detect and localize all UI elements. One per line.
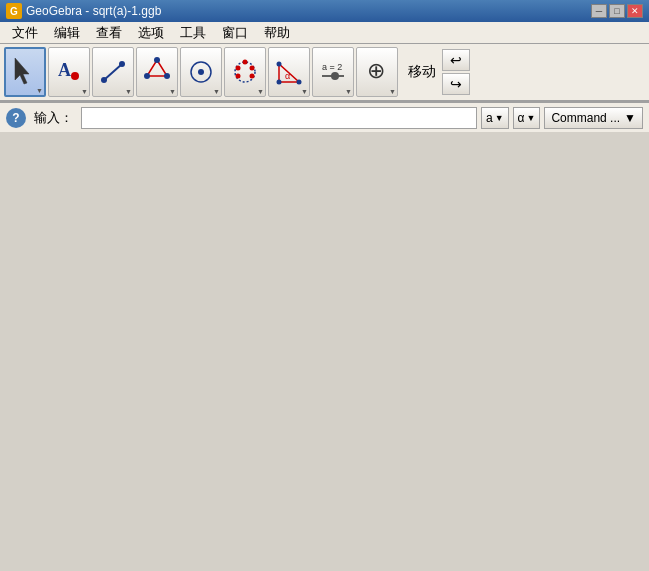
tool-arrow: ▼ xyxy=(345,88,352,95)
menu-file[interactable]: 文件 xyxy=(4,22,46,44)
titlebar: G GeoGebra - sqrt(a)-1.ggb ─ □ ✕ xyxy=(0,0,649,22)
tool-slider[interactable]: a = 2 ▼ xyxy=(312,47,354,97)
command-dropdown-arrow: ▼ xyxy=(624,111,636,125)
tool-circle[interactable]: ▼ xyxy=(180,47,222,97)
svg-point-17 xyxy=(250,74,255,79)
undo-redo-group: ↩ ↪ xyxy=(442,49,470,95)
power-dropdown[interactable]: a ▼ xyxy=(481,107,509,129)
select-icon xyxy=(11,56,39,88)
svg-point-8 xyxy=(164,73,170,79)
tool-point[interactable]: A ▼ xyxy=(48,47,90,97)
minimize-button[interactable]: ─ xyxy=(591,4,607,18)
svg-text:A: A xyxy=(58,60,71,80)
tool-arrow: ▼ xyxy=(301,88,308,95)
help-button[interactable]: ? xyxy=(6,108,26,128)
tool-arrow: ▼ xyxy=(257,88,264,95)
command-dropdown[interactable]: Command ... ▼ xyxy=(544,107,643,129)
menu-help[interactable]: 帮助 xyxy=(256,22,298,44)
menu-options[interactable]: 选项 xyxy=(130,22,172,44)
move-icon: ⊕ xyxy=(363,56,391,88)
svg-line-4 xyxy=(104,64,122,80)
tool-angle[interactable]: α ▼ xyxy=(268,47,310,97)
tool-line[interactable]: ▼ xyxy=(92,47,134,97)
svg-marker-0 xyxy=(15,58,29,84)
svg-point-12 xyxy=(235,62,255,82)
svg-point-11 xyxy=(198,69,204,75)
alpha-label: α xyxy=(518,111,525,125)
undo-button[interactable]: ↩ xyxy=(442,49,470,71)
tool-arrow: ▼ xyxy=(213,88,220,95)
polygon-icon xyxy=(143,56,171,88)
tool-arrow: ▼ xyxy=(389,88,396,95)
angle-icon: α xyxy=(275,56,303,88)
tool-arrow: ▼ xyxy=(81,88,88,95)
command-label: Command ... xyxy=(551,111,620,125)
tool-arrow: ▼ xyxy=(125,88,132,95)
svg-point-14 xyxy=(243,60,248,65)
svg-text:α: α xyxy=(285,71,290,81)
input-label: 输入： xyxy=(34,109,73,127)
tool-select[interactable]: ▼ xyxy=(4,47,46,97)
svg-point-9 xyxy=(144,73,150,79)
tool-move[interactable]: ⊕ ▼ xyxy=(356,47,398,97)
svg-point-5 xyxy=(119,61,125,67)
svg-point-15 xyxy=(250,66,255,71)
statusbar: ? 输入： a ▼ α ▼ Command ... ▼ xyxy=(0,102,649,132)
input-field[interactable] xyxy=(81,107,477,129)
menu-tools[interactable]: 工具 xyxy=(172,22,214,44)
menu-view[interactable]: 查看 xyxy=(88,22,130,44)
app-icon: G xyxy=(6,3,22,19)
tool-polygon[interactable]: ▼ xyxy=(136,47,178,97)
redo-button[interactable]: ↪ xyxy=(442,73,470,95)
svg-point-20 xyxy=(297,80,302,85)
svg-point-7 xyxy=(154,57,160,63)
svg-point-19 xyxy=(277,80,282,85)
svg-point-21 xyxy=(277,62,282,67)
svg-point-16 xyxy=(236,74,241,79)
power-label: a xyxy=(486,111,493,125)
power-dropdown-arrow: ▼ xyxy=(495,113,504,123)
maximize-button[interactable]: □ xyxy=(609,4,625,18)
tool-arrow: ▼ xyxy=(36,87,43,94)
window-title: GeoGebra - sqrt(a)-1.ggb xyxy=(26,4,591,18)
svg-text:⊕: ⊕ xyxy=(367,58,385,83)
line-icon xyxy=(99,56,127,88)
menu-window[interactable]: 窗口 xyxy=(214,22,256,44)
window-controls[interactable]: ─ □ ✕ xyxy=(591,4,643,18)
tool-arrow: ▼ xyxy=(169,88,176,95)
menubar: 文件 编辑 查看 选项 工具 窗口 帮助 xyxy=(0,22,649,44)
svg-point-2 xyxy=(71,72,79,80)
menu-edit[interactable]: 编辑 xyxy=(46,22,88,44)
tool-conic[interactable]: ▼ xyxy=(224,47,266,97)
svg-point-25 xyxy=(331,72,339,80)
alpha-dropdown-arrow: ▼ xyxy=(526,113,535,123)
toolbar-tool-label: 移动 xyxy=(408,63,436,81)
conic-icon xyxy=(231,56,259,88)
close-button[interactable]: ✕ xyxy=(627,4,643,18)
svg-point-13 xyxy=(236,66,241,71)
point-icon: A xyxy=(55,56,83,88)
slider-icon: a = 2 xyxy=(319,56,347,88)
circle-icon xyxy=(187,56,215,88)
toolbar: ▼ A ▼ ▼ ▼ ▼ xyxy=(0,44,649,102)
alpha-dropdown[interactable]: α ▼ xyxy=(513,107,541,129)
svg-text:a = 2: a = 2 xyxy=(322,62,342,72)
